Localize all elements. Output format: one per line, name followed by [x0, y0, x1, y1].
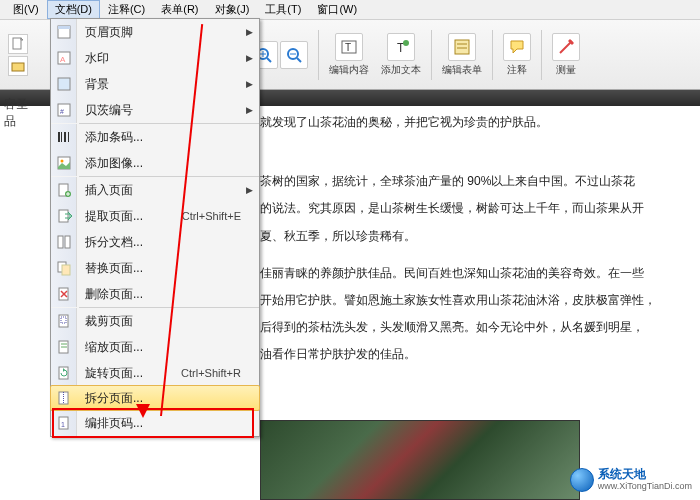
- svg-text:1: 1: [61, 421, 65, 428]
- svg-line-3: [267, 58, 271, 62]
- menu-crop-page[interactable]: 裁剪页面: [51, 308, 259, 334]
- annotate-label: 注释: [507, 63, 527, 77]
- menu-watermark[interactable]: A水印▶: [51, 45, 259, 71]
- add-text-icon[interactable]: T: [387, 33, 415, 61]
- svg-rect-26: [61, 132, 62, 142]
- svg-text:#: #: [60, 108, 64, 115]
- zoom-out-icon[interactable]: [280, 41, 308, 69]
- menu-split-page[interactable]: 拆分页面...: [50, 385, 260, 411]
- svg-point-30: [60, 160, 63, 163]
- svg-rect-19: [58, 26, 70, 29]
- document-content: 就发现了山茶花油的奥秘，并把它视为珍贵的护肤品。 茶树的国家，据统计，全球茶油产…: [260, 110, 700, 370]
- left-margin-text: 容圣品: [0, 90, 40, 136]
- menu-delete-page[interactable]: 删除页面...: [51, 281, 259, 307]
- svg-rect-36: [58, 236, 63, 248]
- chevron-right-icon: ▶: [246, 185, 253, 195]
- menu-replace-page[interactable]: 替换页面...: [51, 255, 259, 281]
- svg-rect-1: [12, 63, 24, 71]
- svg-rect-35: [59, 210, 68, 222]
- menu-extract-page[interactable]: 提取页面...Ctrl+Shift+E: [51, 203, 259, 229]
- edit-form-label: 编辑表单: [442, 63, 482, 77]
- content-line: 的说法。究其原因，是山茶树生长缓慢，树龄可达上千年，而山茶果从开: [260, 196, 680, 221]
- menu-form[interactable]: 表单(R): [153, 0, 206, 19]
- chevron-right-icon: ▶: [246, 105, 253, 115]
- menu-header-footer[interactable]: 页眉页脚▶: [51, 19, 259, 45]
- chevron-right-icon: ▶: [246, 79, 253, 89]
- menu-rotate-page[interactable]: 旋转页面...Ctrl+Shift+R: [51, 360, 259, 386]
- watermark-name: 系统天地: [598, 468, 692, 481]
- menu-zoom-page[interactable]: 缩放页面...: [51, 334, 259, 360]
- menu-add-barcode[interactable]: 添加条码...: [51, 124, 259, 150]
- content-line: 佳丽青睐的养颜护肤佳品。民间百姓也深知山茶花油的美容奇效。在一些: [260, 261, 680, 286]
- menu-background[interactable]: 背景▶: [51, 71, 259, 97]
- content-line: 夏、秋五季，所以珍贵稀有。: [260, 224, 680, 249]
- svg-rect-37: [65, 236, 70, 248]
- menu-document[interactable]: 文档(D): [47, 0, 100, 19]
- menu-object[interactable]: 对象(J): [207, 0, 258, 19]
- measure-icon[interactable]: [552, 33, 580, 61]
- chevron-right-icon: ▶: [246, 27, 253, 37]
- menu-number-page[interactable]: 1编排页码...: [51, 410, 259, 436]
- document-dropdown: 页眉页脚▶ A水印▶ 背景▶ #贝茨编号▶ 添加条码... 添加图像... 插入…: [50, 18, 260, 437]
- edit-form-icon[interactable]: [448, 33, 476, 61]
- svg-rect-27: [64, 132, 66, 142]
- svg-rect-0: [13, 38, 21, 49]
- annotate-icon[interactable]: [503, 33, 531, 61]
- chevron-right-icon: ▶: [246, 53, 253, 63]
- edit-content-label: 编辑内容: [329, 63, 369, 77]
- content-line: 茶树的国家，据统计，全球茶油产量的 90%以上来自中国。不过山茶花: [260, 169, 680, 194]
- content-line: 开始用它护肤。譬如恩施土家族女性喜欢用山茶花油沐浴，皮肤极富弹性，: [260, 288, 680, 313]
- watermark-url: www.XiTongTianDi.com: [598, 482, 692, 492]
- menu-add-image[interactable]: 添加图像...: [51, 150, 259, 176]
- svg-rect-25: [58, 132, 60, 142]
- content-line: 后得到的茶枯洗头发，头发顺滑又黑亮。如今无论中外，从名媛到明星，: [260, 315, 680, 340]
- tb-open-icon[interactable]: [8, 56, 28, 76]
- menu-split-doc[interactable]: 拆分文档...: [51, 229, 259, 255]
- watermark: 系统天地 www.XiTongTianDi.com: [570, 468, 692, 492]
- svg-rect-22: [58, 78, 70, 90]
- menu-bates[interactable]: #贝茨编号▶: [51, 97, 259, 123]
- tb-new-icon[interactable]: [8, 34, 28, 54]
- menu-tools[interactable]: 工具(T): [257, 0, 309, 19]
- add-text-label: 添加文本: [381, 63, 421, 77]
- svg-rect-28: [68, 132, 69, 142]
- menu-insert-page[interactable]: 插入页面▶: [51, 177, 259, 203]
- content-line: 油看作日常护肤护发的佳品。: [260, 342, 680, 367]
- svg-line-7: [297, 58, 301, 62]
- content-line: 就发现了山茶花油的奥秘，并把它视为珍贵的护肤品。: [260, 110, 680, 135]
- svg-text:A: A: [60, 55, 66, 64]
- menubar: 图(V) 文档(D) 注释(C) 表单(R) 对象(J) 工具(T) 窗口(W): [0, 0, 700, 20]
- menu-window[interactable]: 窗口(W): [309, 0, 365, 19]
- svg-point-12: [403, 40, 409, 46]
- svg-text:T: T: [345, 42, 351, 53]
- measure-label: 测量: [556, 63, 576, 77]
- svg-rect-39: [62, 265, 70, 275]
- svg-rect-13: [455, 40, 469, 54]
- globe-icon: [570, 468, 594, 492]
- menu-view[interactable]: 图(V): [5, 0, 47, 19]
- embedded-image: [260, 420, 580, 500]
- menu-annotate[interactable]: 注释(C): [100, 0, 153, 19]
- edit-content-icon[interactable]: T: [335, 33, 363, 61]
